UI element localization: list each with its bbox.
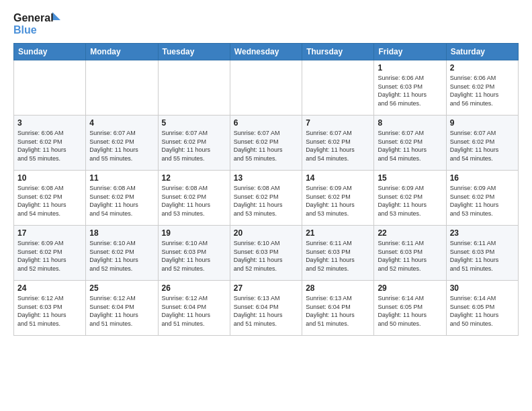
day-info: Sunrise: 6:09 AM Sunset: 6:02 PM Dayligh… <box>306 184 370 218</box>
calendar-cell: 23Sunrise: 6:11 AM Sunset: 6:03 PM Dayli… <box>446 226 518 281</box>
day-number: 16 <box>450 173 515 183</box>
day-info: Sunrise: 6:09 AM Sunset: 6:02 PM Dayligh… <box>450 184 515 218</box>
day-number: 11 <box>89 173 154 183</box>
calendar-cell: 21Sunrise: 6:11 AM Sunset: 6:03 PM Dayli… <box>302 226 374 281</box>
calendar-cell: 3Sunrise: 6:06 AM Sunset: 6:02 PM Daylig… <box>14 116 86 171</box>
weekday-header-sunday: Sunday <box>14 44 86 60</box>
day-info: Sunrise: 6:07 AM Sunset: 6:02 PM Dayligh… <box>162 129 226 163</box>
day-info: Sunrise: 6:13 AM Sunset: 6:04 PM Dayligh… <box>306 294 370 328</box>
calendar-cell: 29Sunrise: 6:14 AM Sunset: 6:05 PM Dayli… <box>374 281 446 336</box>
calendar-cell: 5Sunrise: 6:07 AM Sunset: 6:02 PM Daylig… <box>158 116 230 171</box>
day-number: 15 <box>378 173 442 183</box>
day-number: 10 <box>17 173 82 183</box>
day-number: 25 <box>89 283 154 293</box>
calendar-cell: 7Sunrise: 6:07 AM Sunset: 6:02 PM Daylig… <box>302 116 374 171</box>
weekday-header-thursday: Thursday <box>302 44 374 60</box>
day-info: Sunrise: 6:11 AM Sunset: 6:03 PM Dayligh… <box>450 239 515 273</box>
day-number: 2 <box>450 63 515 73</box>
day-number: 23 <box>450 228 515 238</box>
calendar-cell: 22Sunrise: 6:11 AM Sunset: 6:03 PM Dayli… <box>374 226 446 281</box>
day-info: Sunrise: 6:10 AM Sunset: 6:03 PM Dayligh… <box>162 239 226 273</box>
day-number: 4 <box>89 118 154 128</box>
day-number: 5 <box>162 118 226 128</box>
day-number: 21 <box>306 228 370 238</box>
day-number: 24 <box>17 283 82 293</box>
day-number: 6 <box>234 118 298 128</box>
day-info: Sunrise: 6:06 AM Sunset: 6:02 PM Dayligh… <box>17 129 82 163</box>
weekday-header-monday: Monday <box>86 44 158 60</box>
day-number: 26 <box>162 283 226 293</box>
weekday-header-wednesday: Wednesday <box>230 44 302 60</box>
day-number: 14 <box>306 173 370 183</box>
calendar-cell: 1Sunrise: 6:06 AM Sunset: 6:03 PM Daylig… <box>374 60 446 116</box>
day-info: Sunrise: 6:06 AM Sunset: 6:03 PM Dayligh… <box>378 74 442 107</box>
day-number: 13 <box>234 173 298 183</box>
day-info: Sunrise: 6:14 AM Sunset: 6:05 PM Dayligh… <box>378 294 442 328</box>
day-info: Sunrise: 6:12 AM Sunset: 6:03 PM Dayligh… <box>17 294 82 328</box>
day-number: 7 <box>306 118 370 128</box>
logo: GeneralBlue <box>13 11 67 36</box>
calendar-cell: 2Sunrise: 6:06 AM Sunset: 6:02 PM Daylig… <box>446 60 518 116</box>
calendar-week-2: 3Sunrise: 6:06 AM Sunset: 6:02 PM Daylig… <box>14 116 519 171</box>
day-number: 20 <box>234 228 298 238</box>
day-info: Sunrise: 6:07 AM Sunset: 6:02 PM Dayligh… <box>234 129 298 163</box>
calendar-cell: 13Sunrise: 6:08 AM Sunset: 6:02 PM Dayli… <box>230 171 302 226</box>
calendar-cell <box>302 60 374 116</box>
day-number: 8 <box>378 118 442 128</box>
day-number: 29 <box>378 283 442 293</box>
day-info: Sunrise: 6:08 AM Sunset: 6:02 PM Dayligh… <box>162 184 226 218</box>
calendar-cell: 15Sunrise: 6:09 AM Sunset: 6:02 PM Dayli… <box>374 171 446 226</box>
weekday-header-saturday: Saturday <box>446 44 518 60</box>
day-number: 28 <box>306 283 370 293</box>
calendar-cell: 6Sunrise: 6:07 AM Sunset: 6:02 PM Daylig… <box>230 116 302 171</box>
day-info: Sunrise: 6:07 AM Sunset: 6:02 PM Dayligh… <box>378 129 442 163</box>
day-info: Sunrise: 6:07 AM Sunset: 6:02 PM Dayligh… <box>306 129 370 163</box>
calendar-cell: 14Sunrise: 6:09 AM Sunset: 6:02 PM Dayli… <box>302 171 374 226</box>
day-info: Sunrise: 6:08 AM Sunset: 6:02 PM Dayligh… <box>89 184 154 218</box>
calendar-cell: 27Sunrise: 6:13 AM Sunset: 6:04 PM Dayli… <box>230 281 302 336</box>
day-number: 1 <box>378 63 442 73</box>
calendar-cell: 28Sunrise: 6:13 AM Sunset: 6:04 PM Dayli… <box>302 281 374 336</box>
day-info: Sunrise: 6:14 AM Sunset: 6:05 PM Dayligh… <box>450 294 515 328</box>
day-info: Sunrise: 6:07 AM Sunset: 6:02 PM Dayligh… <box>89 129 154 163</box>
weekday-header-friday: Friday <box>374 44 446 60</box>
day-number: 30 <box>450 283 515 293</box>
calendar-cell: 9Sunrise: 6:07 AM Sunset: 6:02 PM Daylig… <box>446 116 518 171</box>
day-info: Sunrise: 6:10 AM Sunset: 6:02 PM Dayligh… <box>89 239 154 273</box>
day-info: Sunrise: 6:06 AM Sunset: 6:02 PM Dayligh… <box>450 74 515 107</box>
day-number: 9 <box>450 118 515 128</box>
calendar-cell <box>14 60 86 116</box>
day-number: 12 <box>162 173 226 183</box>
calendar-cell: 4Sunrise: 6:07 AM Sunset: 6:02 PM Daylig… <box>86 116 158 171</box>
calendar-cell: 25Sunrise: 6:12 AM Sunset: 6:04 PM Dayli… <box>86 281 158 336</box>
calendar-cell: 26Sunrise: 6:12 AM Sunset: 6:04 PM Dayli… <box>158 281 230 336</box>
day-number: 22 <box>378 228 442 238</box>
calendar-week-3: 10Sunrise: 6:08 AM Sunset: 6:02 PM Dayli… <box>14 171 519 226</box>
day-number: 19 <box>162 228 226 238</box>
weekday-header-tuesday: Tuesday <box>158 44 230 60</box>
calendar-cell: 18Sunrise: 6:10 AM Sunset: 6:02 PM Dayli… <box>86 226 158 281</box>
calendar-cell: 20Sunrise: 6:10 AM Sunset: 6:03 PM Dayli… <box>230 226 302 281</box>
day-number: 3 <box>17 118 82 128</box>
calendar-cell: 19Sunrise: 6:10 AM Sunset: 6:03 PM Dayli… <box>158 226 230 281</box>
day-info: Sunrise: 6:08 AM Sunset: 6:02 PM Dayligh… <box>234 184 298 218</box>
calendar-cell <box>86 60 158 116</box>
day-info: Sunrise: 6:07 AM Sunset: 6:02 PM Dayligh… <box>450 129 515 163</box>
calendar-week-4: 17Sunrise: 6:09 AM Sunset: 6:02 PM Dayli… <box>14 226 519 281</box>
day-info: Sunrise: 6:09 AM Sunset: 6:02 PM Dayligh… <box>378 184 442 218</box>
calendar-cell: 10Sunrise: 6:08 AM Sunset: 6:02 PM Dayli… <box>14 171 86 226</box>
day-info: Sunrise: 6:11 AM Sunset: 6:03 PM Dayligh… <box>306 239 370 273</box>
calendar-cell <box>158 60 230 116</box>
page-header: GeneralBlue <box>13 11 519 36</box>
day-info: Sunrise: 6:09 AM Sunset: 6:02 PM Dayligh… <box>17 239 82 273</box>
weekday-header-row: SundayMondayTuesdayWednesdayThursdayFrid… <box>14 44 519 60</box>
day-number: 18 <box>89 228 154 238</box>
day-info: Sunrise: 6:12 AM Sunset: 6:04 PM Dayligh… <box>89 294 154 328</box>
calendar-week-5: 24Sunrise: 6:12 AM Sunset: 6:03 PM Dayli… <box>14 281 519 336</box>
logo-icon: GeneralBlue <box>13 11 67 36</box>
calendar-cell: 17Sunrise: 6:09 AM Sunset: 6:02 PM Dayli… <box>14 226 86 281</box>
calendar-cell: 11Sunrise: 6:08 AM Sunset: 6:02 PM Dayli… <box>86 171 158 226</box>
day-info: Sunrise: 6:10 AM Sunset: 6:03 PM Dayligh… <box>234 239 298 273</box>
calendar-week-1: 1Sunrise: 6:06 AM Sunset: 6:03 PM Daylig… <box>14 60 519 116</box>
day-info: Sunrise: 6:08 AM Sunset: 6:02 PM Dayligh… <box>17 184 82 218</box>
